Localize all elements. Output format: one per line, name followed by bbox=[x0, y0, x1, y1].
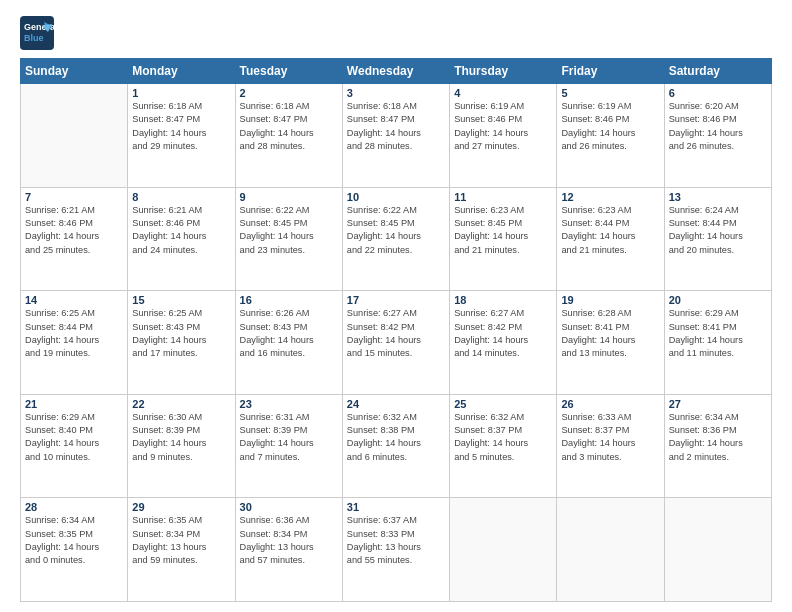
day-detail: Sunrise: 6:18 AM Sunset: 8:47 PM Dayligh… bbox=[132, 100, 230, 153]
calendar-cell: 16Sunrise: 6:26 AM Sunset: 8:43 PM Dayli… bbox=[235, 291, 342, 395]
weekday-header-monday: Monday bbox=[128, 59, 235, 84]
day-detail: Sunrise: 6:20 AM Sunset: 8:46 PM Dayligh… bbox=[669, 100, 767, 153]
weekday-header-tuesday: Tuesday bbox=[235, 59, 342, 84]
day-detail: Sunrise: 6:25 AM Sunset: 8:43 PM Dayligh… bbox=[132, 307, 230, 360]
day-number: 28 bbox=[25, 501, 123, 513]
day-number: 22 bbox=[132, 398, 230, 410]
calendar-cell bbox=[664, 498, 771, 602]
day-number: 14 bbox=[25, 294, 123, 306]
day-number: 30 bbox=[240, 501, 338, 513]
day-detail: Sunrise: 6:37 AM Sunset: 8:33 PM Dayligh… bbox=[347, 514, 445, 567]
day-detail: Sunrise: 6:18 AM Sunset: 8:47 PM Dayligh… bbox=[240, 100, 338, 153]
day-number: 15 bbox=[132, 294, 230, 306]
day-detail: Sunrise: 6:22 AM Sunset: 8:45 PM Dayligh… bbox=[347, 204, 445, 257]
calendar-cell: 9Sunrise: 6:22 AM Sunset: 8:45 PM Daylig… bbox=[235, 187, 342, 291]
day-detail: Sunrise: 6:21 AM Sunset: 8:46 PM Dayligh… bbox=[132, 204, 230, 257]
day-detail: Sunrise: 6:22 AM Sunset: 8:45 PM Dayligh… bbox=[240, 204, 338, 257]
day-detail: Sunrise: 6:29 AM Sunset: 8:40 PM Dayligh… bbox=[25, 411, 123, 464]
day-detail: Sunrise: 6:27 AM Sunset: 8:42 PM Dayligh… bbox=[454, 307, 552, 360]
weekday-header-sunday: Sunday bbox=[21, 59, 128, 84]
calendar-cell: 26Sunrise: 6:33 AM Sunset: 8:37 PM Dayli… bbox=[557, 394, 664, 498]
day-number: 2 bbox=[240, 87, 338, 99]
calendar-cell: 14Sunrise: 6:25 AM Sunset: 8:44 PM Dayli… bbox=[21, 291, 128, 395]
header: General Blue bbox=[20, 16, 772, 50]
day-number: 10 bbox=[347, 191, 445, 203]
day-detail: Sunrise: 6:34 AM Sunset: 8:36 PM Dayligh… bbox=[669, 411, 767, 464]
calendar-cell: 29Sunrise: 6:35 AM Sunset: 8:34 PM Dayli… bbox=[128, 498, 235, 602]
day-detail: Sunrise: 6:34 AM Sunset: 8:35 PM Dayligh… bbox=[25, 514, 123, 567]
day-number: 21 bbox=[25, 398, 123, 410]
logo-icon: General Blue bbox=[20, 16, 54, 50]
day-detail: Sunrise: 6:19 AM Sunset: 8:46 PM Dayligh… bbox=[454, 100, 552, 153]
calendar-table: SundayMondayTuesdayWednesdayThursdayFrid… bbox=[20, 58, 772, 602]
day-number: 1 bbox=[132, 87, 230, 99]
calendar-cell: 21Sunrise: 6:29 AM Sunset: 8:40 PM Dayli… bbox=[21, 394, 128, 498]
calendar-cell: 8Sunrise: 6:21 AM Sunset: 8:46 PM Daylig… bbox=[128, 187, 235, 291]
day-number: 24 bbox=[347, 398, 445, 410]
day-detail: Sunrise: 6:32 AM Sunset: 8:37 PM Dayligh… bbox=[454, 411, 552, 464]
weekday-header-row: SundayMondayTuesdayWednesdayThursdayFrid… bbox=[21, 59, 772, 84]
day-detail: Sunrise: 6:23 AM Sunset: 8:45 PM Dayligh… bbox=[454, 204, 552, 257]
day-detail: Sunrise: 6:36 AM Sunset: 8:34 PM Dayligh… bbox=[240, 514, 338, 567]
calendar-cell: 30Sunrise: 6:36 AM Sunset: 8:34 PM Dayli… bbox=[235, 498, 342, 602]
calendar-cell: 11Sunrise: 6:23 AM Sunset: 8:45 PM Dayli… bbox=[450, 187, 557, 291]
day-detail: Sunrise: 6:32 AM Sunset: 8:38 PM Dayligh… bbox=[347, 411, 445, 464]
day-detail: Sunrise: 6:26 AM Sunset: 8:43 PM Dayligh… bbox=[240, 307, 338, 360]
calendar-cell: 2Sunrise: 6:18 AM Sunset: 8:47 PM Daylig… bbox=[235, 84, 342, 188]
calendar-cell: 1Sunrise: 6:18 AM Sunset: 8:47 PM Daylig… bbox=[128, 84, 235, 188]
calendar-week-3: 14Sunrise: 6:25 AM Sunset: 8:44 PM Dayli… bbox=[21, 291, 772, 395]
calendar-week-5: 28Sunrise: 6:34 AM Sunset: 8:35 PM Dayli… bbox=[21, 498, 772, 602]
calendar-cell bbox=[450, 498, 557, 602]
day-detail: Sunrise: 6:33 AM Sunset: 8:37 PM Dayligh… bbox=[561, 411, 659, 464]
day-detail: Sunrise: 6:24 AM Sunset: 8:44 PM Dayligh… bbox=[669, 204, 767, 257]
calendar-week-4: 21Sunrise: 6:29 AM Sunset: 8:40 PM Dayli… bbox=[21, 394, 772, 498]
day-number: 31 bbox=[347, 501, 445, 513]
page: General Blue SundayMondayTuesdayWednesda… bbox=[0, 0, 792, 612]
calendar-cell: 3Sunrise: 6:18 AM Sunset: 8:47 PM Daylig… bbox=[342, 84, 449, 188]
day-detail: Sunrise: 6:25 AM Sunset: 8:44 PM Dayligh… bbox=[25, 307, 123, 360]
calendar-cell: 25Sunrise: 6:32 AM Sunset: 8:37 PM Dayli… bbox=[450, 394, 557, 498]
day-number: 26 bbox=[561, 398, 659, 410]
day-detail: Sunrise: 6:35 AM Sunset: 8:34 PM Dayligh… bbox=[132, 514, 230, 567]
day-detail: Sunrise: 6:27 AM Sunset: 8:42 PM Dayligh… bbox=[347, 307, 445, 360]
weekday-header-wednesday: Wednesday bbox=[342, 59, 449, 84]
logo: General Blue bbox=[20, 16, 54, 50]
weekday-header-saturday: Saturday bbox=[664, 59, 771, 84]
day-detail: Sunrise: 6:28 AM Sunset: 8:41 PM Dayligh… bbox=[561, 307, 659, 360]
day-detail: Sunrise: 6:31 AM Sunset: 8:39 PM Dayligh… bbox=[240, 411, 338, 464]
calendar-cell: 7Sunrise: 6:21 AM Sunset: 8:46 PM Daylig… bbox=[21, 187, 128, 291]
calendar-cell: 6Sunrise: 6:20 AM Sunset: 8:46 PM Daylig… bbox=[664, 84, 771, 188]
day-number: 27 bbox=[669, 398, 767, 410]
day-number: 9 bbox=[240, 191, 338, 203]
day-detail: Sunrise: 6:23 AM Sunset: 8:44 PM Dayligh… bbox=[561, 204, 659, 257]
calendar-week-2: 7Sunrise: 6:21 AM Sunset: 8:46 PM Daylig… bbox=[21, 187, 772, 291]
day-number: 8 bbox=[132, 191, 230, 203]
day-number: 29 bbox=[132, 501, 230, 513]
calendar-cell: 28Sunrise: 6:34 AM Sunset: 8:35 PM Dayli… bbox=[21, 498, 128, 602]
calendar-cell: 13Sunrise: 6:24 AM Sunset: 8:44 PM Dayli… bbox=[664, 187, 771, 291]
day-detail: Sunrise: 6:21 AM Sunset: 8:46 PM Dayligh… bbox=[25, 204, 123, 257]
calendar-cell: 22Sunrise: 6:30 AM Sunset: 8:39 PM Dayli… bbox=[128, 394, 235, 498]
day-number: 12 bbox=[561, 191, 659, 203]
day-detail: Sunrise: 6:29 AM Sunset: 8:41 PM Dayligh… bbox=[669, 307, 767, 360]
calendar-cell: 23Sunrise: 6:31 AM Sunset: 8:39 PM Dayli… bbox=[235, 394, 342, 498]
calendar-cell bbox=[21, 84, 128, 188]
day-number: 17 bbox=[347, 294, 445, 306]
day-number: 19 bbox=[561, 294, 659, 306]
day-number: 5 bbox=[561, 87, 659, 99]
day-number: 23 bbox=[240, 398, 338, 410]
calendar-cell: 20Sunrise: 6:29 AM Sunset: 8:41 PM Dayli… bbox=[664, 291, 771, 395]
calendar-cell: 17Sunrise: 6:27 AM Sunset: 8:42 PM Dayli… bbox=[342, 291, 449, 395]
calendar-cell: 24Sunrise: 6:32 AM Sunset: 8:38 PM Dayli… bbox=[342, 394, 449, 498]
weekday-header-friday: Friday bbox=[557, 59, 664, 84]
day-detail: Sunrise: 6:18 AM Sunset: 8:47 PM Dayligh… bbox=[347, 100, 445, 153]
day-detail: Sunrise: 6:19 AM Sunset: 8:46 PM Dayligh… bbox=[561, 100, 659, 153]
calendar-cell: 10Sunrise: 6:22 AM Sunset: 8:45 PM Dayli… bbox=[342, 187, 449, 291]
day-number: 6 bbox=[669, 87, 767, 99]
calendar-cell: 4Sunrise: 6:19 AM Sunset: 8:46 PM Daylig… bbox=[450, 84, 557, 188]
calendar-cell: 5Sunrise: 6:19 AM Sunset: 8:46 PM Daylig… bbox=[557, 84, 664, 188]
day-number: 4 bbox=[454, 87, 552, 99]
day-number: 18 bbox=[454, 294, 552, 306]
day-number: 16 bbox=[240, 294, 338, 306]
day-number: 11 bbox=[454, 191, 552, 203]
